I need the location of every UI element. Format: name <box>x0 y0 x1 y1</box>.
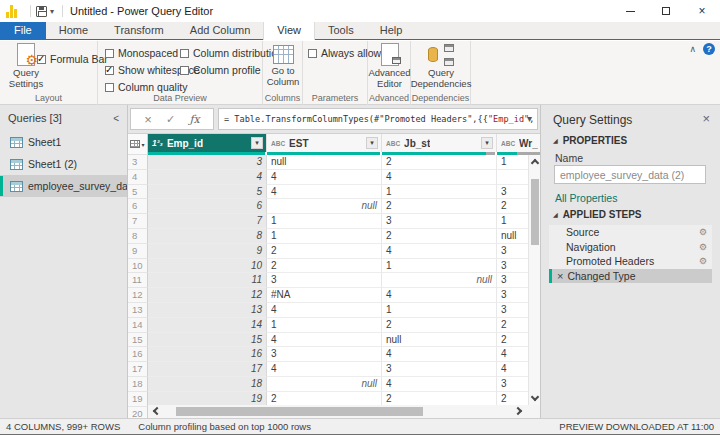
grid-cell-emp-id[interactable]: 8 <box>148 229 267 244</box>
column-quality-checkbox[interactable]: Column quality <box>105 81 187 93</box>
scroll-left-icon[interactable] <box>153 407 161 415</box>
tab-transform[interactable]: Transform <box>101 22 177 39</box>
tab-view[interactable]: View <box>263 22 315 40</box>
all-properties-link[interactable]: All Properties <box>555 192 617 204</box>
tab-home[interactable]: Home <box>46 22 101 39</box>
applied-step[interactable]: ×Changed Type <box>549 269 712 284</box>
cancel-icon[interactable]: × <box>144 112 152 127</box>
close-panel-icon[interactable]: × <box>702 111 710 126</box>
grid-cell-emp-id[interactable]: 16 <box>148 347 267 362</box>
grid-cell-emp-id[interactable]: 17 <box>148 362 267 377</box>
row-number[interactable]: 13 <box>128 303 148 318</box>
gear-icon[interactable]: ⚙ <box>699 242 707 252</box>
grid-cell[interactable]: null <box>267 199 382 214</box>
grid-cell[interactable]: 1 <box>382 303 497 318</box>
go-to-column-button[interactable]: Go to Column <box>264 43 302 87</box>
close-button[interactable]: × <box>684 0 720 22</box>
horizontal-scrollbar[interactable] <box>148 405 527 418</box>
row-number[interactable]: 7 <box>128 214 148 229</box>
grid-cell-emp-id[interactable]: 10 <box>148 259 267 274</box>
grid-cell[interactable]: null <box>382 333 497 348</box>
select-all-corner-button[interactable]: ▾ <box>128 134 148 155</box>
quick-access-dropdown-icon[interactable]: ▾ <box>50 7 54 16</box>
column-header-wr_[interactable]: ABCWr_▾ <box>497 134 540 152</box>
row-number[interactable]: 19 <box>128 392 148 407</box>
row-number[interactable]: 11 <box>128 273 148 288</box>
grid-cell[interactable]: 2 <box>267 259 382 274</box>
tab-tools[interactable]: Tools <box>315 22 367 39</box>
row-number[interactable]: 15 <box>128 333 148 348</box>
row-number[interactable]: 14 <box>128 318 148 333</box>
row-number[interactable]: 4 <box>128 170 148 185</box>
collapse-ribbon-icon[interactable]: ∧ <box>689 44 696 54</box>
properties-section-header[interactable]: ◢ PROPERTIES <box>553 135 627 146</box>
grid-cell[interactable]: 2 <box>382 155 497 170</box>
filter-dropdown-icon[interactable]: ▾ <box>251 137 263 149</box>
applied-steps-section-header[interactable]: ◢ APPLIED STEPS <box>553 209 642 220</box>
tab-help[interactable]: Help <box>367 22 416 39</box>
grid-cell[interactable]: 3 <box>382 362 497 377</box>
grid-cell[interactable]: 4 <box>267 303 382 318</box>
query-item[interactable]: employee_survey_data (2) <box>0 175 127 197</box>
applied-step[interactable]: Promoted Headers⚙ <box>549 254 712 269</box>
grid-cell-emp-id[interactable]: 4 <box>148 170 267 185</box>
row-number[interactable]: 5 <box>128 185 148 200</box>
query-item[interactable]: Sheet1 (2) <box>0 153 127 175</box>
grid-cell-emp-id[interactable]: 11 <box>148 273 267 288</box>
query-settings-button[interactable]: ⚙ Query Settings <box>3 43 49 89</box>
grid-cell[interactable]: 4 <box>382 170 497 185</box>
filter-dropdown-icon[interactable]: ▾ <box>481 137 493 149</box>
grid-cell-emp-id[interactable]: 9 <box>148 244 267 259</box>
grid-cell[interactable]: 2 <box>382 318 497 333</box>
row-number[interactable]: 16 <box>128 347 148 362</box>
minimize-button[interactable] <box>612 0 648 22</box>
expand-formula-icon[interactable]: ▾ <box>527 113 532 124</box>
grid-cell-emp-id[interactable]: 7 <box>148 214 267 229</box>
advanced-editor-button[interactable]: Advanced Editor <box>369 43 410 89</box>
scroll-right-icon[interactable] <box>514 407 522 415</box>
grid-cell[interactable]: 1 <box>382 259 497 274</box>
grid-cell[interactable]: 4 <box>267 185 382 200</box>
save-icon[interactable] <box>36 6 47 17</box>
row-number[interactable]: 3 <box>128 155 148 170</box>
scroll-up-icon[interactable] <box>531 159 539 167</box>
collapse-pane-icon[interactable]: < <box>113 113 119 124</box>
grid-cell[interactable]: 1 <box>267 318 382 333</box>
row-number[interactable]: 9 <box>128 244 148 259</box>
grid-cell[interactable]: null <box>267 155 382 170</box>
grid-cell[interactable]: 4 <box>267 170 382 185</box>
grid-cell-emp-id[interactable]: 3 <box>148 155 267 170</box>
grid-cell-emp-id[interactable]: 14 <box>148 318 267 333</box>
grid-cell[interactable]: 3 <box>267 347 382 362</box>
row-number[interactable]: 17 <box>128 362 148 377</box>
row-number[interactable]: 18 <box>128 377 148 392</box>
grid-cell-emp-id[interactable]: 5 <box>148 185 267 200</box>
grid-cell[interactable]: 4 <box>382 244 497 259</box>
applied-step[interactable]: Navigation⚙ <box>549 240 712 255</box>
grid-cell-emp-id[interactable]: 18 <box>148 377 267 392</box>
column-header-est[interactable]: ABCEST▾ <box>267 134 382 152</box>
grid-cell[interactable]: 4 <box>382 377 497 392</box>
maximize-button[interactable] <box>648 0 684 22</box>
query-name-input[interactable] <box>554 165 706 184</box>
grid-cell[interactable]: 2 <box>382 229 497 244</box>
fx-icon[interactable]: ƒx <box>190 113 200 126</box>
grid-cell-emp-id[interactable]: 15 <box>148 333 267 348</box>
tab-file[interactable]: File <box>0 22 46 39</box>
gear-icon[interactable]: ⚙ <box>699 227 707 237</box>
grid-cell[interactable]: 2 <box>382 199 497 214</box>
horizontal-scrollbar-thumb[interactable] <box>176 407 423 416</box>
grid-cell-emp-id[interactable]: 12 <box>148 288 267 303</box>
grid-cell[interactable]: #NA <box>267 288 382 303</box>
gear-icon[interactable]: ⚙ <box>699 256 707 266</box>
commit-icon[interactable]: ✓ <box>166 113 175 126</box>
column-header-emp_id[interactable]: 1²₃Emp_id▾ <box>148 134 267 152</box>
grid-cell[interactable]: 1 <box>382 185 497 200</box>
grid-cell[interactable]: 3 <box>382 214 497 229</box>
row-number[interactable]: 20 <box>128 407 148 418</box>
row-number[interactable]: 10 <box>128 259 148 274</box>
grid-cell[interactable]: null <box>267 377 382 392</box>
grid-cell[interactable]: 2 <box>267 244 382 259</box>
tab-add-column[interactable]: Add Column <box>177 22 264 39</box>
grid-cell[interactable]: 4 <box>267 362 382 377</box>
